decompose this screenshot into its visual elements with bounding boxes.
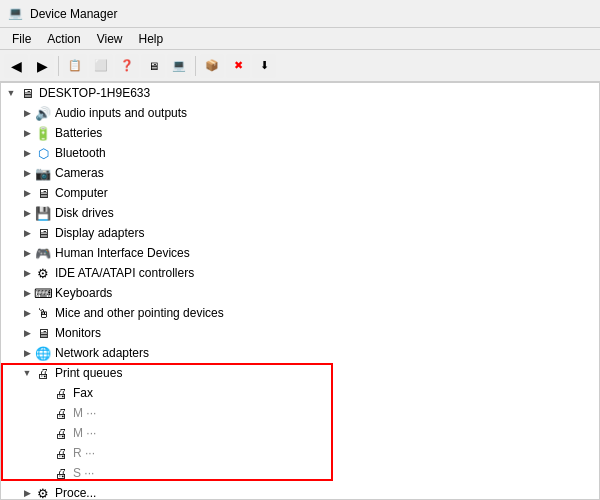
print-queues-section: ▼ 🖨 Print queues 🖨 Fax 🖨 M ··· 🖨 M ··· 🖨… — [1, 363, 599, 483]
tree-item-display[interactable]: ▶ 🖥 Display adapters — [1, 223, 599, 243]
keyboards-label: Keyboards — [55, 286, 112, 300]
tree-item-printer4[interactable]: 🖨 S ··· — [1, 463, 599, 483]
display-arrow: ▶ — [19, 225, 35, 241]
processors-label: Proce... — [55, 486, 96, 500]
add-driver-button[interactable]: 📦 — [200, 54, 224, 78]
tree-item-cameras[interactable]: ▶ 📷 Cameras — [1, 163, 599, 183]
printer3-label: R ··· — [73, 446, 95, 460]
tree-item-hid[interactable]: ▶ 🎮 Human Interface Devices — [1, 243, 599, 263]
fax-label: Fax — [73, 386, 93, 400]
tree-item-print-queues[interactable]: ▼ 🖨 Print queues — [1, 363, 599, 383]
ide-icon: ⚙ — [35, 265, 51, 281]
printer1-icon: 🖨 — [53, 405, 69, 421]
fax-icon: 🖨 — [53, 385, 69, 401]
tree-item-bluetooth[interactable]: ▶ ⬡ Bluetooth — [1, 143, 599, 163]
ide-arrow: ▶ — [19, 265, 35, 281]
network-icon: 🌐 — [35, 345, 51, 361]
app-icon: 💻 — [8, 6, 24, 22]
computer-arrow: ▶ — [19, 185, 35, 201]
tree-item-printer1[interactable]: 🖨 M ··· — [1, 403, 599, 423]
window-title: Device Manager — [30, 7, 117, 21]
bluetooth-label: Bluetooth — [55, 146, 106, 160]
update-driver-button[interactable]: ⬜ — [89, 54, 113, 78]
print-queues-arrow: ▼ — [19, 365, 35, 381]
cameras-arrow: ▶ — [19, 165, 35, 181]
network-label: Network adapters — [55, 346, 149, 360]
print-queues-label: Print queues — [55, 366, 122, 380]
printer1-label: M ··· — [73, 406, 96, 420]
hid-label: Human Interface Devices — [55, 246, 190, 260]
uninstall-button[interactable]: ✖ — [226, 54, 250, 78]
printer4-label: S ··· — [73, 466, 94, 480]
display-adapters-button[interactable]: 🖥 — [141, 54, 165, 78]
processors-icon: ⚙ — [35, 485, 51, 500]
disk-arrow: ▶ — [19, 205, 35, 221]
show-hidden-button[interactable]: 💻 — [167, 54, 191, 78]
help-button[interactable]: ❓ — [115, 54, 139, 78]
batteries-icon: 🔋 — [35, 125, 51, 141]
tree-item-printer3[interactable]: 🖨 R ··· — [1, 443, 599, 463]
mice-label: Mice and other pointing devices — [55, 306, 224, 320]
mice-arrow: ▶ — [19, 305, 35, 321]
menu-bar: File Action View Help — [0, 28, 600, 50]
menu-help[interactable]: Help — [131, 30, 172, 48]
processors-arrow: ▶ — [19, 485, 35, 500]
printer4-icon: 🖨 — [53, 465, 69, 481]
monitors-icon: 🖥 — [35, 325, 51, 341]
monitors-arrow: ▶ — [19, 325, 35, 341]
computer-icon: 🖥 — [35, 185, 51, 201]
display-icon: 🖥 — [35, 225, 51, 241]
disk-label: Disk drives — [55, 206, 114, 220]
properties-button[interactable]: 📋 — [63, 54, 87, 78]
tree-item-computer[interactable]: ▶ 🖥 Computer — [1, 183, 599, 203]
root-arrow: ▼ — [3, 85, 19, 101]
display-label: Display adapters — [55, 226, 144, 240]
printer2-label: M ··· — [73, 426, 96, 440]
batteries-arrow: ▶ — [19, 125, 35, 141]
tree-item-audio[interactable]: ▶ 🔊 Audio inputs and outputs — [1, 103, 599, 123]
menu-view[interactable]: View — [89, 30, 131, 48]
tree-item-ide[interactable]: ▶ ⚙ IDE ATA/ATAPI controllers — [1, 263, 599, 283]
root-icon: 🖥 — [19, 85, 35, 101]
tree-item-printer2[interactable]: 🖨 M ··· — [1, 423, 599, 443]
tree-item-mice[interactable]: ▶ 🖱 Mice and other pointing devices — [1, 303, 599, 323]
tree-item-disk[interactable]: ▶ 💾 Disk drives — [1, 203, 599, 223]
printer2-icon: 🖨 — [53, 425, 69, 441]
print-queues-icon: 🖨 — [35, 365, 51, 381]
scan-changes-button[interactable]: ⬇ — [252, 54, 276, 78]
monitors-label: Monitors — [55, 326, 101, 340]
tree-root[interactable]: ▼ 🖥 DESKTOP-1H9E633 — [1, 83, 599, 103]
audio-arrow: ▶ — [19, 105, 35, 121]
keyboards-icon: ⌨ — [35, 285, 51, 301]
batteries-label: Batteries — [55, 126, 102, 140]
bluetooth-icon: ⬡ — [35, 145, 51, 161]
hid-arrow: ▶ — [19, 245, 35, 261]
disk-icon: 💾 — [35, 205, 51, 221]
mice-icon: 🖱 — [35, 305, 51, 321]
tree-item-keyboards[interactable]: ▶ ⌨ Keyboards — [1, 283, 599, 303]
tree-item-fax[interactable]: 🖨 Fax — [1, 383, 599, 403]
hid-icon: 🎮 — [35, 245, 51, 261]
cameras-icon: 📷 — [35, 165, 51, 181]
toolbar: ◀ ▶ 📋 ⬜ ❓ 🖥 💻 📦 ✖ ⬇ — [0, 50, 600, 82]
menu-action[interactable]: Action — [39, 30, 88, 48]
tree-item-batteries[interactable]: ▶ 🔋 Batteries — [1, 123, 599, 143]
cameras-label: Cameras — [55, 166, 104, 180]
ide-label: IDE ATA/ATAPI controllers — [55, 266, 194, 280]
bluetooth-arrow: ▶ — [19, 145, 35, 161]
title-bar: 💻 Device Manager — [0, 0, 600, 28]
device-tree: ▼ 🖥 DESKTOP-1H9E633 ▶ 🔊 Audio inputs and… — [0, 82, 600, 500]
tree-item-monitors[interactable]: ▶ 🖥 Monitors — [1, 323, 599, 343]
tree-item-network[interactable]: ▶ 🌐 Network adapters — [1, 343, 599, 363]
root-label: DESKTOP-1H9E633 — [39, 86, 150, 100]
forward-button[interactable]: ▶ — [30, 54, 54, 78]
back-button[interactable]: ◀ — [4, 54, 28, 78]
menu-file[interactable]: File — [4, 30, 39, 48]
network-arrow: ▶ — [19, 345, 35, 361]
tree-item-processors[interactable]: ▶ ⚙ Proce... — [1, 483, 599, 500]
computer-label: Computer — [55, 186, 108, 200]
toolbar-separator-2 — [195, 56, 196, 76]
audio-label: Audio inputs and outputs — [55, 106, 187, 120]
printer3-icon: 🖨 — [53, 445, 69, 461]
audio-icon: 🔊 — [35, 105, 51, 121]
